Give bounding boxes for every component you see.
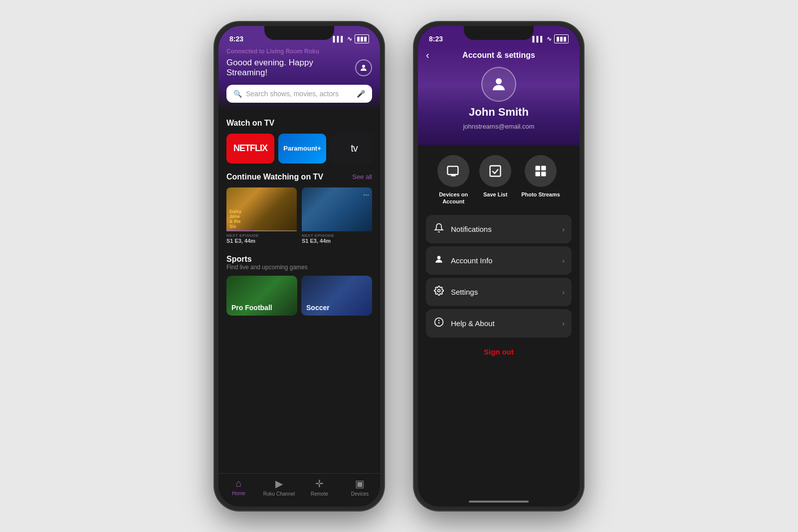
continue-section-title: Continue Watching on TV — [226, 173, 323, 181]
appletv-app[interactable]: tv — [330, 134, 372, 164]
daisy-jones-episode-label: NEXT EPISODE — [226, 233, 297, 238]
nav-home[interactable]: ⌂ Home — [218, 478, 259, 497]
profile-name: John Smith — [469, 106, 529, 119]
phone1-content: Watch on TV NETFLIX Paramount+ tv Contin… — [218, 111, 380, 330]
sports-subtitle: Find live and upcoming games — [226, 264, 372, 271]
menu-section: Notifications › Account Info › — [418, 215, 580, 338]
party-episode-label: NEXT EPISODE — [302, 233, 372, 238]
daisy-jones-episode-text: S1 E3, 44m — [226, 238, 297, 244]
user-icon — [434, 254, 444, 264]
bell-icon — [434, 223, 444, 233]
profile-avatar — [481, 67, 516, 102]
continue-section-header: Continue Watching on TV See all — [226, 173, 372, 181]
settings-icon — [433, 286, 445, 298]
sign-out-button[interactable]: Sign out — [484, 348, 514, 356]
notifications-label: Notifications — [451, 225, 556, 233]
party-episode-info: NEXT EPISODE S1 E3, 44m — [302, 231, 372, 246]
battery-icon-1: ▮▮▮ — [355, 34, 369, 43]
roku-channel-label: Roku Channel — [263, 491, 295, 497]
paramount-app[interactable]: Paramount+ — [278, 134, 326, 164]
mic-icon[interactable]: 🎤 — [357, 90, 365, 98]
help-about-chevron: › — [562, 320, 565, 328]
daisy-jones-title: DaisyJone& theSix — [229, 209, 294, 229]
save-list-label: Save List — [483, 191, 507, 198]
netflix-app[interactable]: NETFLIX — [226, 134, 274, 164]
watch-section-title: Watch on TV — [226, 119, 274, 128]
save-list-action[interactable]: Save List — [479, 155, 511, 205]
football-card[interactable]: Pro Football — [226, 276, 297, 316]
sports-row: Pro Football Soccer — [226, 276, 372, 316]
paramount-label: Paramount+ — [283, 145, 321, 152]
svg-rect-5 — [535, 166, 540, 170]
connected-text: Connected to Living Room Roku — [226, 48, 372, 55]
see-all-button[interactable]: See all — [352, 173, 372, 180]
status-icons-1: ▌▌▌ ∿ ▮▮▮ — [333, 34, 369, 43]
devices-label: Devices — [351, 491, 369, 497]
search-bar[interactable]: 🔍 Search shows, movies, actors 🎤 — [226, 85, 372, 103]
daisy-jones-episode-info: NEXT EPISODE S1 E3, 44m — [226, 231, 297, 246]
svg-point-9 — [437, 256, 441, 259]
help-about-menu-item[interactable]: Help & About › — [426, 309, 572, 338]
photo-streams-btn[interactable] — [525, 155, 557, 187]
settings-label: Settings — [451, 288, 556, 296]
nav-devices[interactable]: ▣ Devices — [340, 478, 380, 497]
settings-chevron: › — [562, 288, 565, 296]
back-button[interactable]: ‹ — [426, 49, 429, 61]
notifications-chevron: › — [562, 225, 565, 233]
search-icon: 🔍 — [233, 90, 242, 98]
party-card[interactable]: ··· NEXT EPISODE S1 E3, 44m — [302, 187, 372, 246]
gear-icon — [434, 286, 444, 296]
save-list-btn[interactable] — [479, 155, 511, 187]
more-options-icon[interactable]: ··· — [363, 190, 369, 198]
wifi-icon-2: ∿ — [547, 35, 552, 42]
remote-label: Remote — [311, 491, 328, 497]
search-input[interactable]: Search shows, movies, actors — [246, 90, 353, 98]
home-icon: ⌂ — [235, 478, 241, 489]
profile-person-icon — [490, 75, 508, 93]
daisy-jones-card[interactable]: DaisyJone& theSix NEXT EPISODE S1 E3, 44… — [226, 187, 297, 246]
devices-on-account-label: Devices onAccount — [439, 191, 468, 205]
info-icon — [434, 317, 444, 327]
notch — [264, 26, 334, 40]
svg-point-1 — [496, 78, 502, 84]
devices-on-account-btn[interactable] — [437, 155, 469, 187]
daisy-jones-thumbnail: DaisyJone& theSix — [226, 187, 297, 231]
nav-bar-2: ‹ Account & settings — [426, 48, 572, 67]
svg-rect-7 — [535, 172, 540, 176]
phone-1: 8:23 ▌▌▌ ∿ ▮▮▮ Connected to Living Room … — [214, 22, 384, 511]
svg-rect-8 — [541, 172, 546, 176]
account-info-menu-item[interactable]: Account Info › — [426, 246, 572, 275]
nav-remote[interactable]: ✛ Remote — [299, 478, 340, 497]
home-label: Home — [232, 491, 245, 496]
svg-rect-4 — [490, 166, 501, 176]
devices-on-account-action[interactable]: Devices onAccount — [437, 155, 469, 205]
photo-streams-icon — [534, 164, 548, 178]
daisy-jones-overlay: DaisyJone& theSix — [229, 209, 294, 229]
status-icons-2: ▌▌▌ ∿ ▮▮▮ — [533, 34, 569, 43]
progress-bar-bg-1 — [226, 230, 297, 231]
sign-out-section: Sign out — [426, 348, 572, 356]
account-info-label: Account Info — [451, 256, 556, 265]
phone1-header: Connected to Living Room Roku Goood even… — [218, 46, 380, 111]
user-avatar-small[interactable] — [355, 59, 372, 76]
soccer-card[interactable]: Soccer — [301, 276, 372, 316]
notifications-menu-item[interactable]: Notifications › — [426, 215, 572, 243]
greeting-text: Goood evening. Happy Streaming! — [226, 58, 355, 78]
page-title: Account & settings — [462, 51, 535, 60]
photo-streams-action[interactable]: Photo Streams — [521, 155, 560, 205]
football-label: Pro Football — [231, 304, 272, 312]
profile-email: johnstreams@email.com — [463, 123, 534, 130]
appletv-label: tv — [351, 143, 358, 154]
nav-roku-channel[interactable]: ▶ Roku Channel — [259, 478, 299, 497]
battery-icon-2: ▮▮▮ — [554, 34, 569, 43]
settings-menu-item[interactable]: Settings › — [426, 278, 572, 306]
bottom-nav-1: ⌂ Home ▶ Roku Channel ✛ Remote ▣ Devices — [218, 473, 380, 507]
status-time-1: 8:23 — [229, 35, 243, 43]
party-episode-text: S1 E3, 44m — [302, 238, 372, 244]
netflix-label: NETFLIX — [233, 143, 267, 154]
soccer-label: Soccer — [306, 304, 330, 312]
account-info-chevron: › — [562, 257, 565, 265]
help-icon — [433, 317, 445, 330]
remote-icon: ✛ — [315, 478, 324, 490]
wifi-icon-1: ∿ — [347, 35, 352, 42]
